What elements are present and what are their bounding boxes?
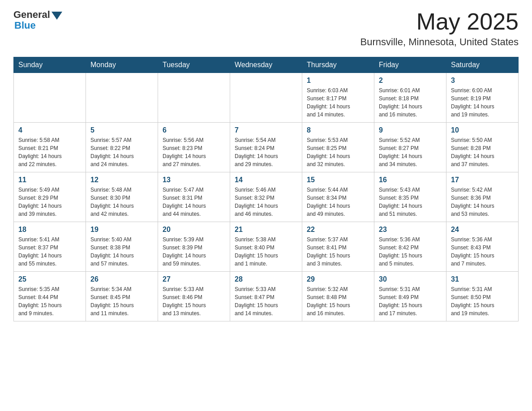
day-info: Sunrise: 6:01 AMSunset: 8:18 PMDaylight:… [379, 86, 442, 119]
calendar-cell: 6Sunrise: 5:56 AMSunset: 8:23 PMDaylight… [158, 123, 230, 172]
day-info: Sunrise: 5:49 AMSunset: 8:29 PMDaylight:… [18, 186, 81, 218]
calendar-cell: 28Sunrise: 5:33 AMSunset: 8:47 PMDayligh… [230, 272, 302, 321]
calendar-cell: 10Sunrise: 5:50 AMSunset: 8:28 PMDayligh… [446, 123, 519, 172]
calendar-cell [158, 73, 230, 123]
logo-general-text: General [13, 9, 50, 21]
calendar-cell: 2Sunrise: 6:01 AMSunset: 8:18 PMDaylight… [374, 73, 446, 123]
day-number: 2 [379, 77, 442, 85]
calendar-week-3: 11Sunrise: 5:49 AMSunset: 8:29 PMDayligh… [14, 172, 519, 222]
day-info: Sunrise: 5:37 AMSunset: 8:41 PMDaylight:… [307, 235, 369, 268]
calendar-cell: 22Sunrise: 5:37 AMSunset: 8:41 PMDayligh… [302, 222, 374, 272]
day-number: 26 [90, 275, 153, 283]
day-info: Sunrise: 5:31 AMSunset: 8:49 PMDaylight:… [379, 285, 442, 317]
calendar-cell: 26Sunrise: 5:34 AMSunset: 8:45 PMDayligh… [86, 272, 158, 321]
day-info: Sunrise: 5:40 AMSunset: 8:38 PMDaylight:… [90, 235, 153, 268]
day-number: 20 [163, 226, 225, 234]
day-info: Sunrise: 5:33 AMSunset: 8:47 PMDaylight:… [235, 285, 297, 317]
day-info: Sunrise: 5:35 AMSunset: 8:44 PMDaylight:… [18, 285, 81, 317]
title-block: May 2025 Burnsville, Minnesota, United S… [360, 9, 519, 48]
calendar-cell: 13Sunrise: 5:47 AMSunset: 8:31 PMDayligh… [158, 172, 230, 222]
day-info: Sunrise: 6:00 AMSunset: 8:19 PMDaylight:… [451, 86, 514, 119]
day-number: 7 [235, 126, 297, 134]
day-number: 12 [90, 176, 153, 184]
calendar-cell: 21Sunrise: 5:38 AMSunset: 8:40 PMDayligh… [230, 222, 302, 272]
calendar-cell: 29Sunrise: 5:32 AMSunset: 8:48 PMDayligh… [302, 272, 374, 321]
header-tuesday: Tuesday [158, 57, 230, 73]
calendar-cell: 30Sunrise: 5:31 AMSunset: 8:49 PMDayligh… [374, 272, 446, 321]
day-info: Sunrise: 5:42 AMSunset: 8:36 PMDaylight:… [451, 186, 514, 218]
calendar-cell: 8Sunrise: 5:53 AMSunset: 8:25 PMDaylight… [302, 123, 374, 172]
calendar-cell: 23Sunrise: 5:36 AMSunset: 8:42 PMDayligh… [374, 222, 446, 272]
day-number: 5 [90, 126, 153, 134]
day-number: 13 [163, 176, 225, 184]
day-info: Sunrise: 5:36 AMSunset: 8:42 PMDaylight:… [379, 235, 442, 268]
day-info: Sunrise: 5:52 AMSunset: 8:27 PMDaylight:… [379, 136, 442, 168]
day-info: Sunrise: 5:32 AMSunset: 8:48 PMDaylight:… [307, 285, 369, 317]
day-info: Sunrise: 5:53 AMSunset: 8:25 PMDaylight:… [307, 136, 369, 168]
day-number: 9 [379, 126, 442, 134]
calendar-cell: 27Sunrise: 5:33 AMSunset: 8:46 PMDayligh… [158, 272, 230, 321]
day-number: 30 [379, 275, 442, 283]
calendar-week-5: 25Sunrise: 5:35 AMSunset: 8:44 PMDayligh… [14, 272, 519, 321]
day-info: Sunrise: 5:38 AMSunset: 8:40 PMDaylight:… [235, 235, 297, 268]
day-number: 18 [18, 226, 81, 234]
day-info: Sunrise: 5:57 AMSunset: 8:22 PMDaylight:… [90, 136, 153, 168]
header-wednesday: Wednesday [230, 57, 302, 73]
header-thursday: Thursday [302, 57, 374, 73]
day-info: Sunrise: 5:36 AMSunset: 8:43 PMDaylight:… [451, 235, 514, 268]
day-number: 16 [379, 176, 442, 184]
day-number: 3 [451, 77, 514, 85]
logo: General Blue [13, 9, 64, 31]
logo-blue-text: Blue [13, 20, 36, 31]
day-info: Sunrise: 5:58 AMSunset: 8:21 PMDaylight:… [18, 136, 81, 168]
header-saturday: Saturday [446, 57, 519, 73]
calendar-table: Sunday Monday Tuesday Wednesday Thursday… [13, 57, 519, 321]
page-header: General Blue May 2025 Burnsville, Minnes… [13, 9, 519, 48]
calendar-cell: 5Sunrise: 5:57 AMSunset: 8:22 PMDaylight… [86, 123, 158, 172]
day-number: 14 [235, 176, 297, 184]
calendar-title: May 2025 [360, 9, 519, 34]
calendar-week-1: 1Sunrise: 6:03 AMSunset: 8:17 PMDaylight… [14, 73, 519, 123]
day-info: Sunrise: 5:48 AMSunset: 8:30 PMDaylight:… [90, 186, 153, 218]
calendar-cell: 31Sunrise: 5:31 AMSunset: 8:50 PMDayligh… [446, 272, 519, 321]
header-friday: Friday [374, 57, 446, 73]
calendar-cell: 4Sunrise: 5:58 AMSunset: 8:21 PMDaylight… [14, 123, 86, 172]
day-number: 1 [307, 77, 369, 85]
calendar-cell [14, 73, 86, 123]
calendar-cell [230, 73, 302, 123]
day-number: 10 [451, 126, 514, 134]
calendar-subtitle: Burnsville, Minnesota, United States [360, 36, 519, 48]
day-number: 8 [307, 126, 369, 134]
header-sunday: Sunday [14, 57, 86, 73]
calendar-cell: 12Sunrise: 5:48 AMSunset: 8:30 PMDayligh… [86, 172, 158, 222]
day-number: 22 [307, 226, 369, 234]
day-number: 28 [235, 275, 297, 283]
calendar-cell: 19Sunrise: 5:40 AMSunset: 8:38 PMDayligh… [86, 222, 158, 272]
calendar-cell: 15Sunrise: 5:44 AMSunset: 8:34 PMDayligh… [302, 172, 374, 222]
day-number: 23 [379, 226, 442, 234]
calendar-cell: 20Sunrise: 5:39 AMSunset: 8:39 PMDayligh… [158, 222, 230, 272]
calendar-cell: 24Sunrise: 5:36 AMSunset: 8:43 PMDayligh… [446, 222, 519, 272]
day-info: Sunrise: 5:46 AMSunset: 8:32 PMDaylight:… [235, 186, 297, 218]
calendar-cell: 17Sunrise: 5:42 AMSunset: 8:36 PMDayligh… [446, 172, 519, 222]
calendar-week-4: 18Sunrise: 5:41 AMSunset: 8:37 PMDayligh… [14, 222, 519, 272]
day-number: 4 [18, 126, 81, 134]
day-number: 6 [163, 126, 225, 134]
calendar-cell: 7Sunrise: 5:54 AMSunset: 8:24 PMDaylight… [230, 123, 302, 172]
day-info: Sunrise: 5:34 AMSunset: 8:45 PMDaylight:… [90, 285, 153, 317]
day-number: 29 [307, 275, 369, 283]
day-number: 31 [451, 275, 514, 283]
calendar-cell: 25Sunrise: 5:35 AMSunset: 8:44 PMDayligh… [14, 272, 86, 321]
day-info: Sunrise: 5:41 AMSunset: 8:37 PMDaylight:… [18, 235, 81, 268]
calendar-cell: 14Sunrise: 5:46 AMSunset: 8:32 PMDayligh… [230, 172, 302, 222]
logo-triangle-icon [51, 12, 62, 20]
day-number: 21 [235, 226, 297, 234]
day-info: Sunrise: 5:54 AMSunset: 8:24 PMDaylight:… [235, 136, 297, 168]
day-number: 27 [163, 275, 225, 283]
day-info: Sunrise: 5:56 AMSunset: 8:23 PMDaylight:… [163, 136, 225, 168]
day-info: Sunrise: 5:44 AMSunset: 8:34 PMDaylight:… [307, 186, 369, 218]
day-number: 19 [90, 226, 153, 234]
day-info: Sunrise: 5:33 AMSunset: 8:46 PMDaylight:… [163, 285, 225, 317]
header-monday: Monday [86, 57, 158, 73]
calendar-cell: 11Sunrise: 5:49 AMSunset: 8:29 PMDayligh… [14, 172, 86, 222]
